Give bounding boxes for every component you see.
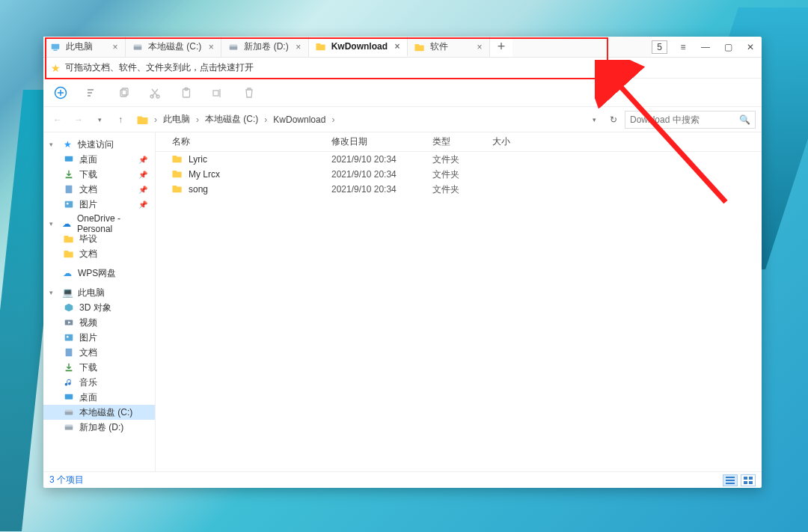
column-name[interactable]: 名称 bbox=[156, 135, 331, 148]
svg-rect-22 bbox=[66, 186, 73, 194]
svg-rect-38 bbox=[744, 477, 747, 480]
file-name: song bbox=[189, 184, 208, 195]
tab-label: 此电脑 bbox=[66, 40, 105, 53]
address-dropdown-button[interactable]: ▾ bbox=[586, 111, 602, 128]
file-row[interactable]: song 2021/9/10 20:34 文件夹 bbox=[156, 182, 762, 197]
sidebar-item[interactable]: 音乐 bbox=[43, 375, 155, 390]
copy-button[interactable] bbox=[117, 86, 130, 100]
tab-strip: 此电脑 × 本地磁盘 (C:) × 新加卷 (D:) × KwDownload … bbox=[43, 37, 762, 58]
breadcrumb-item[interactable]: 此电脑 bbox=[162, 111, 192, 127]
sidebar-onedrive[interactable]: ▾ ☁ OneDrive - Personal bbox=[43, 216, 155, 231]
svg-rect-5 bbox=[230, 44, 238, 46]
nav-up-button[interactable]: ↑ bbox=[112, 111, 129, 128]
folder-icon bbox=[172, 183, 184, 195]
menu-button[interactable]: ≡ bbox=[672, 37, 694, 58]
tab-close-button[interactable]: × bbox=[293, 42, 304, 52]
sidebar-item[interactable]: 文档 bbox=[43, 246, 155, 261]
tab[interactable]: 软件 × bbox=[408, 37, 490, 57]
folder-icon bbox=[414, 41, 426, 53]
svg-rect-0 bbox=[52, 43, 60, 49]
tab-close-button[interactable]: × bbox=[110, 42, 120, 52]
sidebar-item[interactable]: 桌面 📌 bbox=[43, 152, 155, 167]
maximize-button[interactable]: ▢ bbox=[717, 37, 739, 58]
pin-icon: 📌 bbox=[138, 186, 147, 194]
svg-rect-41 bbox=[749, 481, 753, 484]
new-item-button[interactable] bbox=[54, 86, 67, 100]
sidebar-item[interactable]: 图片 📌 bbox=[43, 197, 155, 212]
drive-local-icon bbox=[227, 41, 239, 53]
video-icon bbox=[63, 317, 75, 328]
sidebar-item-label: 图片 bbox=[79, 331, 97, 344]
sidebar-thispc[interactable]: ▾ 💻 此电脑 bbox=[43, 285, 155, 300]
delete-button[interactable] bbox=[242, 86, 256, 100]
sidebar-item[interactable]: 文档 bbox=[43, 345, 155, 360]
breadcrumb[interactable]: › 此电脑 › 本地磁盘 (C:) › KwDownload › bbox=[133, 107, 581, 132]
sidebar-group-wps: ▾ ☁ WPS网盘 bbox=[43, 266, 155, 281]
sidebar-item-label: 文档 bbox=[79, 183, 97, 196]
search-box[interactable]: 🔍 bbox=[625, 111, 756, 129]
sidebar-quickaccess[interactable]: ▾ ★ 快速访问 bbox=[43, 137, 155, 152]
close-window-button[interactable]: ✕ bbox=[739, 37, 762, 58]
tab[interactable]: 新加卷 (D:) × bbox=[221, 37, 308, 57]
music-icon bbox=[63, 376, 75, 388]
sidebar-item[interactable]: 桌面 bbox=[43, 390, 155, 405]
tab-close-button[interactable]: × bbox=[392, 41, 403, 52]
sidebar-item-label: 文档 bbox=[79, 248, 97, 260]
cloud-icon: ☁ bbox=[61, 267, 73, 279]
sidebar-item-label: 桌面 bbox=[79, 391, 97, 404]
search-input[interactable] bbox=[630, 114, 720, 125]
view-icons-button[interactable] bbox=[741, 474, 756, 486]
rename-button[interactable] bbox=[211, 86, 224, 100]
picture-icon bbox=[63, 331, 75, 343]
3d-icon bbox=[63, 302, 75, 314]
sidebar-item[interactable]: 3D 对象 bbox=[43, 300, 155, 315]
nav-forward-button[interactable]: → bbox=[70, 111, 87, 128]
chevron-right-icon: › bbox=[193, 114, 202, 125]
column-headers: 名称 修改日期 类型 大小 bbox=[156, 132, 762, 152]
sidebar-item[interactable]: 新加卷 (D:) bbox=[43, 420, 155, 435]
column-type[interactable]: 类型 bbox=[432, 135, 492, 148]
minimize-button[interactable]: — bbox=[694, 37, 717, 58]
breadcrumb-item[interactable]: KwDownload bbox=[272, 113, 327, 126]
nav-history-dropdown[interactable]: ▾ bbox=[91, 111, 108, 128]
tab[interactable]: 本地磁盘 (C:) × bbox=[126, 37, 221, 57]
folder-icon bbox=[136, 113, 150, 126]
file-date: 2021/9/10 20:34 bbox=[331, 154, 432, 165]
tab[interactable]: 此电脑 × bbox=[43, 37, 126, 57]
cut-button[interactable] bbox=[148, 86, 162, 100]
file-row[interactable]: My Lrcx 2021/9/10 20:34 文件夹 bbox=[156, 167, 762, 182]
sidebar-item[interactable]: 下载 bbox=[43, 360, 155, 375]
column-size[interactable]: 大小 bbox=[492, 135, 552, 148]
paste-button[interactable] bbox=[180, 86, 193, 100]
svg-rect-3 bbox=[134, 44, 142, 46]
sidebar-group-quickaccess: ▾ ★ 快速访问 桌面 📌 下载 📌 文档 📌 图片 📌 bbox=[43, 137, 155, 212]
sidebar-item[interactable]: 文档 📌 bbox=[43, 182, 155, 197]
sidebar-item-label: 图片 bbox=[79, 198, 97, 211]
drive-local-icon bbox=[63, 421, 75, 433]
tab-close-button[interactable]: × bbox=[206, 42, 216, 52]
download-icon bbox=[63, 168, 75, 180]
nav-back-button[interactable]: ← bbox=[49, 111, 66, 128]
file-rows: Lyric 2021/9/10 20:34 文件夹 My Lrcx 2021/9… bbox=[156, 152, 762, 197]
column-date[interactable]: 修改日期 bbox=[331, 135, 432, 148]
sidebar-item-label: 新加卷 (D:) bbox=[79, 421, 123, 434]
svg-rect-28 bbox=[66, 349, 73, 357]
sidebar-item[interactable]: 视频 bbox=[43, 315, 155, 330]
tab[interactable]: KwDownload × bbox=[309, 37, 408, 57]
status-bar: 3 个项目 bbox=[43, 471, 762, 488]
refresh-button[interactable]: ↻ bbox=[605, 111, 622, 128]
sidebar-item[interactable]: 下载 📌 bbox=[43, 167, 155, 182]
document-icon bbox=[63, 346, 75, 358]
breadcrumb-item[interactable]: 本地磁盘 (C:) bbox=[203, 111, 260, 127]
sort-button[interactable] bbox=[85, 86, 99, 100]
sidebar-item[interactable]: 本地磁盘 (C:) bbox=[43, 405, 155, 420]
file-type: 文件夹 bbox=[432, 183, 492, 196]
star-icon: ★ bbox=[51, 62, 61, 74]
tab-close-button[interactable]: × bbox=[474, 42, 485, 52]
file-name: My Lrcx bbox=[189, 169, 220, 180]
sidebar-item[interactable]: 图片 bbox=[43, 330, 155, 345]
new-tab-button[interactable]: + bbox=[490, 37, 512, 57]
file-row[interactable]: Lyric 2021/9/10 20:34 文件夹 bbox=[156, 152, 762, 167]
sidebar-wps[interactable]: ▾ ☁ WPS网盘 bbox=[43, 266, 155, 281]
view-details-button[interactable] bbox=[723, 474, 738, 486]
